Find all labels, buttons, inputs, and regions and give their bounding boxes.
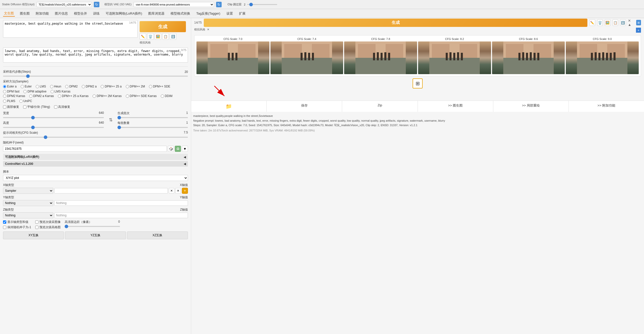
save-btn[interactable]: 保存 xyxy=(267,101,342,112)
yz-exchange-btn[interactable]: YZ互换 xyxy=(65,231,126,239)
cfg-image-4[interactable] xyxy=(418,41,491,74)
close-icon[interactable]: ✕ ▲ xyxy=(628,19,634,27)
hires-check[interactable]: 高清修复 xyxy=(54,105,70,109)
preview-vae-check[interactable]: 预览次级采图像 xyxy=(35,220,61,224)
style-add-btn[interactable]: + xyxy=(636,28,641,33)
tiling-check[interactable]: 平铺/分块 (Tiling) xyxy=(23,105,50,109)
tab-settings[interactable]: 设置 xyxy=(225,11,234,16)
style-close[interactable]: ✕ xyxy=(207,28,209,31)
seed-input[interactable]: 1541761975 xyxy=(3,146,167,152)
image-btn[interactable]: 🖼️ xyxy=(155,33,161,40)
generate-button[interactable]: 生成 xyxy=(140,21,186,32)
pencil-btn[interactable]: ✏️ xyxy=(140,33,146,40)
right-generate-btn[interactable]: 生成 xyxy=(204,19,587,27)
sampler-dpm2mkarras[interactable]: DPM++ 2M Karras xyxy=(93,94,122,98)
tab-train[interactable]: 训练 xyxy=(92,11,101,16)
x-clear-btn[interactable]: ✕ xyxy=(169,188,174,194)
x-axis-select[interactable]: Sampler xyxy=(3,188,53,194)
tab-tagger[interactable]: Tag反推(Tagger) xyxy=(195,11,221,16)
sampler-dpmsdekarras[interactable]: DPM++ SDE Karras xyxy=(126,94,157,98)
seed-random-btn[interactable]: 🎲 xyxy=(168,146,174,152)
sampler-dpmfast[interactable]: DPM fast xyxy=(3,90,19,93)
sampler-dpm2m[interactable]: DPM++ 2M xyxy=(126,85,145,88)
y-axis-select[interactable]: Nothing xyxy=(3,200,53,206)
expand-btn[interactable]: ⊞ xyxy=(636,20,641,25)
sampler-dpmadaptive[interactable]: DPM adaptive xyxy=(23,90,46,93)
zip-btn[interactable]: Zip xyxy=(342,101,418,112)
sampler-euler-a[interactable]: Euler a xyxy=(3,85,17,88)
tab-browse[interactable]: 图库浏览器 xyxy=(147,11,166,16)
controlnet-header[interactable]: ControlNet v1.1.200 ◀ xyxy=(3,161,188,167)
wh-switch-icon[interactable]: ⇅ xyxy=(107,111,114,129)
script-select[interactable]: X/Y/Z plot xyxy=(3,175,188,181)
sampler-dpm2[interactable]: DPM2 xyxy=(65,85,77,88)
xy-exchange-btn[interactable]: XY互换 xyxy=(3,231,64,239)
sampler-plms[interactable]: PLMS xyxy=(3,99,15,103)
right-trash-btn[interactable]: 🗑️ xyxy=(597,19,603,26)
sampler-ddim[interactable]: DDIM xyxy=(161,94,173,98)
face-restore-check[interactable]: 面部修复 xyxy=(3,105,19,109)
upscale-btn[interactable]: >> 图生图 xyxy=(418,101,493,112)
vae-select[interactable]: vae-ft-mse-840000-ema-pruned.safetensors xyxy=(134,2,214,7)
hires-border-slider[interactable] xyxy=(65,226,120,227)
tab-extras[interactable]: 附加功能 xyxy=(35,11,50,16)
sampler-euler[interactable]: Euler xyxy=(21,85,32,88)
steps-slider[interactable] xyxy=(3,76,188,77)
sampler-dpm2akarras[interactable]: DPM2 a Karras xyxy=(29,94,54,98)
x-value-input[interactable] xyxy=(54,188,168,194)
cfg-image-6[interactable] xyxy=(566,41,639,74)
lora-header[interactable]: 可选附加网络(LoRA插件) ◀ xyxy=(3,154,188,160)
tab-merge[interactable]: 模型合并 xyxy=(73,11,88,16)
cfg-slider[interactable] xyxy=(3,137,188,138)
preview-vae2-check[interactable]: 预览次级高格图 xyxy=(35,225,61,229)
sampler-unipc[interactable]: UniPC xyxy=(19,99,32,103)
download-btn[interactable]: ⬇️ xyxy=(170,33,176,40)
right-pencil-btn[interactable]: ✏️ xyxy=(589,19,595,26)
tab-txt2img[interactable]: 文生图 xyxy=(3,11,15,17)
seed-extra-btn[interactable]: ♻ xyxy=(175,146,181,152)
thumbnail-icon[interactable]: ⊞ xyxy=(413,78,423,88)
right-copy-btn[interactable]: 📋 xyxy=(613,19,618,26)
show-axis-check[interactable]: 显示轴类型和值 xyxy=(3,220,31,224)
inpaint-btn[interactable]: >> 局部重绘 xyxy=(493,101,569,112)
trash-btn[interactable]: 🗑️ xyxy=(147,33,154,40)
tab-extensions[interactable]: 扩展 xyxy=(238,11,247,16)
tab-img2img[interactable]: 图生图 xyxy=(19,11,31,16)
height-slider[interactable] xyxy=(3,127,104,128)
seed-dropdown-btn[interactable]: ▼ xyxy=(182,146,188,152)
sd-model-refresh-btn[interactable]: ↻ xyxy=(94,2,99,7)
positive-prompt[interactable]: masterpiece, best quality,people walking… xyxy=(3,20,138,38)
extras-btn[interactable]: >> 附加功能 xyxy=(569,101,644,112)
clip-slider[interactable] xyxy=(247,4,277,5)
sampler-dpm2karras[interactable]: DPM2 Karras xyxy=(3,94,25,98)
right-image-btn[interactable]: 🖼️ xyxy=(605,19,611,26)
sd-model-select[interactable]: 写实/realisticVision20_v20.safetensors [c0… xyxy=(36,2,92,7)
sampler-dpm2a[interactable]: DPM2 a xyxy=(82,85,97,88)
sampler-dpm25a[interactable]: DPM++ 25 a xyxy=(101,85,122,88)
cfg-image-3[interactable] xyxy=(344,41,417,74)
cfg-image-5[interactable] xyxy=(492,41,565,74)
negative-prompt[interactable]: lowres, bad anatomy, bad hands, text, er… xyxy=(3,47,188,63)
keep-seed-check[interactable]: 保持随机种子为-1 xyxy=(3,225,31,229)
width-slider[interactable] xyxy=(3,117,104,118)
x-add-btn[interactable]: + xyxy=(182,188,188,194)
tab-imginfo[interactable]: 图片信息 xyxy=(54,11,69,16)
xz-exchange-btn[interactable]: XZ互换 xyxy=(127,231,188,239)
batch-count-slider[interactable] xyxy=(117,117,188,118)
sampler-lmskarras[interactable]: LMS Karras xyxy=(51,90,70,93)
cfg-image-1[interactable] xyxy=(196,41,269,74)
folder-btn[interactable]: 📁 xyxy=(191,101,267,112)
batch-size-slider[interactable] xyxy=(117,127,188,128)
tab-lora[interactable]: 可选附加网络(LoRA插件) xyxy=(105,11,143,16)
vae-refresh-btn[interactable]: ↻ xyxy=(216,2,222,7)
sampler-dpmsde[interactable]: DPM++ SDE xyxy=(149,85,170,88)
sampler-lms[interactable]: LMS xyxy=(36,85,46,88)
z-axis-select[interactable]: Nothing xyxy=(3,212,53,218)
right-download-btn[interactable]: ⬇️ xyxy=(620,19,626,26)
x-down-btn[interactable]: ✕ xyxy=(175,188,181,194)
tab-convert[interactable]: 模型格式转换 xyxy=(170,11,191,16)
copy-btn[interactable]: 📋 xyxy=(162,33,169,40)
cfg-image-2[interactable] xyxy=(270,41,343,74)
sampler-dpm25akarras[interactable]: DPM++ 25 a Karras xyxy=(58,94,89,98)
sampler-heun[interactable]: Heun xyxy=(50,85,61,88)
